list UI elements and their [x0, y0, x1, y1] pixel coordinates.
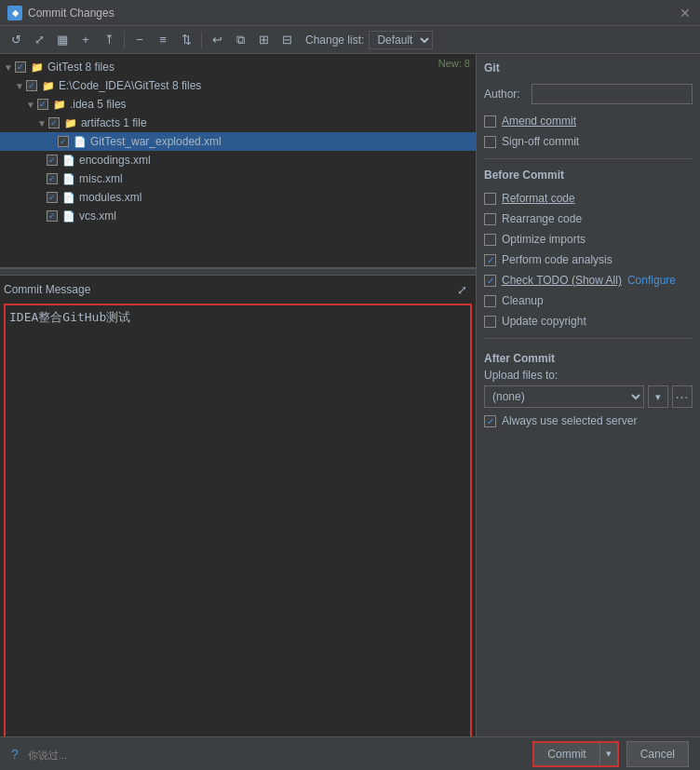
codeanalysis-option[interactable]: ✓ Perform code analysis: [484, 252, 693, 267]
help-icon[interactable]: ?: [11, 747, 19, 762]
rearrange-label: Rearrange code: [502, 212, 582, 225]
left-panel: New: 8 ▼ ✓ 📁 GitTest 8 files ▼ ✓ 📁 E:\Co…: [0, 54, 477, 770]
expand-button[interactable]: ⊞: [253, 30, 274, 50]
configure-link[interactable]: Configure: [627, 274, 676, 287]
tree-label: vcs.xml: [79, 209, 116, 223]
commit-main-button[interactable]: Commit: [534, 743, 599, 765]
tree-item-gittest[interactable]: ▼ ✓ 📁 GitTest 8 files: [0, 58, 476, 76]
folder-icon-idea: 📁: [52, 97, 67, 112]
checkbox-gittest-xml[interactable]: ✓: [58, 136, 69, 147]
tree-label: artifacts 1 file: [81, 116, 147, 129]
copyright-checkbox[interactable]: [484, 316, 496, 328]
checkbox-misc[interactable]: ✓: [47, 173, 58, 184]
checktodo-checkbox[interactable]: ✓: [484, 275, 496, 287]
tree-item-encodings[interactable]: ▶ ✓ 📄 encodings.xml: [0, 151, 476, 169]
move-button[interactable]: ⤢: [29, 30, 49, 50]
optimize-option[interactable]: Optimize imports: [484, 232, 693, 247]
expand-arrow: ▼: [4, 62, 13, 73]
commit-message-input[interactable]: IDEA整合GitHub测试: [4, 304, 472, 766]
move2-button[interactable]: ⤒: [99, 30, 119, 50]
author-input[interactable]: [532, 84, 693, 104]
xml-icon-mod: 📄: [61, 190, 76, 205]
sort-button[interactable]: ⇅: [176, 30, 196, 50]
cleanup-label: Cleanup: [502, 294, 544, 307]
tree-item-gittest-xml[interactable]: ▶ ✓ 📄 GitTest_war_exploded.xml: [0, 132, 476, 151]
checkbox-gittest[interactable]: ✓: [15, 61, 26, 73]
tree-item-ecode[interactable]: ▼ ✓ 📁 E:\Code_IDEA\GitTest 8 files: [0, 76, 476, 95]
view-button[interactable]: ▦: [52, 30, 73, 50]
cleanup-option[interactable]: Cleanup: [484, 293, 693, 308]
collapse-button[interactable]: ⊟: [276, 30, 297, 50]
main-content: New: 8 ▼ ✓ 📁 GitTest 8 files ▼ ✓ 📁 E:\Co…: [0, 54, 700, 770]
undo-button[interactable]: ↩: [207, 30, 227, 50]
checkbox-idea[interactable]: ✓: [37, 99, 48, 110]
signoff-label: Sign-off commit: [502, 135, 579, 148]
cancel-button[interactable]: Cancel: [626, 741, 689, 767]
server-dots-btn[interactable]: ···: [672, 385, 693, 408]
right-panel: Git Author: Amend commit Sign-off commit…: [477, 54, 700, 770]
tree-label: E:\Code_IDEA\GitTest 8 files: [59, 79, 201, 92]
tree-item-modules[interactable]: ▶ ✓ 📄 modules.xml: [0, 188, 476, 207]
checkbox-vcs[interactable]: ✓: [47, 210, 58, 222]
commit-button-group[interactable]: Commit ▾: [532, 741, 618, 767]
checkbox-ecode[interactable]: ✓: [26, 80, 37, 91]
git-title: Git: [484, 61, 693, 74]
changelist-dropdown[interactable]: Default: [369, 31, 433, 49]
codeanalysis-label: Perform code analysis: [502, 253, 612, 266]
upload-label: Upload files to:: [484, 369, 693, 382]
always-use-label: Always use selected server: [502, 414, 637, 427]
tree-item-idea[interactable]: ▼ ✓ 📁 .idea 5 files: [0, 95, 476, 114]
checkbox-encodings[interactable]: ✓: [47, 155, 58, 166]
refresh-button[interactable]: ↺: [6, 30, 26, 50]
always-use-row[interactable]: ✓ Always use selected server: [484, 413, 693, 428]
reformat-option[interactable]: Reformat code: [484, 191, 693, 206]
xml-icon: 📄: [73, 134, 88, 149]
after-commit-title: After Commit: [484, 352, 693, 365]
cleanup-checkbox[interactable]: [484, 295, 496, 307]
diff-button[interactable]: ⧉: [230, 30, 250, 50]
indent-button[interactable]: ≡: [153, 30, 173, 50]
optimize-label: Optimize imports: [502, 233, 586, 246]
after-commit-section: After Commit Upload files to: (none) ▾ ·…: [484, 352, 693, 428]
copyright-option[interactable]: Update copyright: [484, 314, 693, 329]
rearrange-checkbox[interactable]: [484, 213, 496, 225]
tree-label: encodings.xml: [79, 154, 151, 167]
reformat-checkbox[interactable]: [484, 193, 496, 205]
copyright-label: Update copyright: [502, 315, 586, 328]
tree-item-artifacts[interactable]: ▼ ✓ 📁 artifacts 1 file: [0, 114, 476, 132]
codeanalysis-checkbox[interactable]: ✓: [484, 254, 496, 266]
expand-arrow: ▼: [26, 100, 35, 110]
resize-handle[interactable]: · · · · · · ·: [0, 268, 476, 276]
server-dropdown-row: (none) ▾ ···: [484, 385, 693, 408]
divider1: [484, 158, 693, 159]
window-title: Commit Changes: [28, 7, 114, 20]
server-dropdown[interactable]: (none): [484, 385, 644, 408]
commit-arrow-button[interactable]: ▾: [599, 743, 617, 765]
commit-msg-header: Commit Message ⤢: [4, 279, 472, 300]
tree-label: modules.xml: [79, 191, 141, 204]
xml-icon-enc: 📄: [61, 153, 76, 168]
tree-label: GitTest 8 files: [47, 61, 114, 74]
minus-button[interactable]: −: [129, 30, 150, 50]
amend-checkbox[interactable]: [484, 115, 496, 128]
author-row: Author:: [484, 84, 693, 104]
signoff-option[interactable]: Sign-off commit: [484, 134, 693, 149]
expand-commit-button[interactable]: ⤢: [451, 279, 472, 300]
tree-item-misc[interactable]: ▶ ✓ 📄 misc.xml: [0, 169, 476, 188]
amend-option[interactable]: Amend commit: [484, 114, 693, 128]
optimize-checkbox[interactable]: [484, 234, 496, 246]
checkbox-artifacts[interactable]: ✓: [48, 117, 60, 128]
signoff-checkbox[interactable]: [484, 136, 496, 148]
tree-item-vcs[interactable]: ▶ ✓ 📄 vcs.xml: [0, 207, 476, 225]
checktodo-option[interactable]: ✓ Check TODO (Show All) Configure: [484, 273, 693, 288]
title-bar: ◆ Commit Changes ✕: [0, 0, 700, 26]
bottom-bar: ? 你说过... Commit ▾ Cancel: [0, 736, 700, 770]
close-button[interactable]: ✕: [678, 6, 693, 20]
checkbox-modules[interactable]: ✓: [47, 192, 58, 203]
always-use-checkbox[interactable]: ✓: [484, 415, 496, 427]
plus-button[interactable]: +: [75, 30, 96, 50]
xml-icon-misc: 📄: [61, 171, 76, 186]
server-dropdown-arrow[interactable]: ▾: [648, 385, 668, 408]
rearrange-option[interactable]: Rearrange code: [484, 211, 693, 226]
window-icon: ◆: [7, 6, 22, 20]
